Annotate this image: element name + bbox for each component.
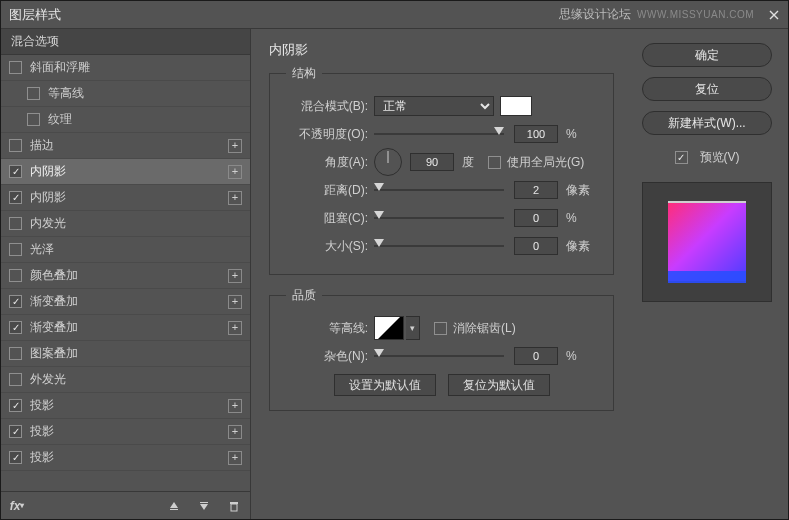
new-style-button[interactable]: 新建样式(W)... — [642, 111, 772, 135]
brand-text: 思缘设计论坛 — [559, 6, 631, 23]
style-checkbox[interactable] — [9, 217, 22, 230]
make-default-button[interactable]: 设置为默认值 — [334, 374, 436, 396]
noise-label: 杂色(N): — [286, 348, 374, 365]
antialias-checkbox[interactable] — [434, 322, 447, 335]
style-item-label: 渐变叠加 — [30, 319, 228, 336]
add-effect-icon[interactable]: + — [228, 139, 242, 153]
add-effect-icon[interactable]: + — [228, 399, 242, 413]
style-item[interactable]: 内阴影+ — [1, 185, 250, 211]
add-effect-icon[interactable]: + — [228, 425, 242, 439]
style-item-label: 颜色叠加 — [30, 267, 228, 284]
add-effect-icon[interactable]: + — [228, 321, 242, 335]
style-item-label: 投影 — [30, 449, 228, 466]
style-item[interactable]: 描边+ — [1, 133, 250, 159]
noise-unit: % — [566, 349, 577, 363]
preview-checkbox[interactable] — [675, 151, 688, 164]
shadow-color-swatch[interactable] — [500, 96, 532, 116]
style-checkbox[interactable] — [9, 321, 22, 334]
trash-icon[interactable] — [226, 498, 242, 514]
noise-slider[interactable] — [374, 347, 504, 365]
style-item[interactable]: 内阴影+ — [1, 159, 250, 185]
svg-rect-2 — [231, 504, 237, 511]
noise-input[interactable] — [514, 347, 558, 365]
add-effect-icon[interactable]: + — [228, 269, 242, 283]
style-item-label: 内阴影 — [30, 189, 228, 206]
style-item[interactable]: 渐变叠加+ — [1, 289, 250, 315]
style-checkbox[interactable] — [9, 139, 22, 152]
style-item-label: 投影 — [30, 397, 228, 414]
add-effect-icon[interactable]: + — [228, 295, 242, 309]
opacity-label: 不透明度(O): — [286, 126, 374, 143]
structure-legend: 结构 — [286, 65, 322, 82]
style-item[interactable]: 纹理 — [1, 107, 250, 133]
style-checkbox[interactable] — [9, 61, 22, 74]
blend-mode-label: 混合模式(B): — [286, 98, 374, 115]
style-item-label: 渐变叠加 — [30, 293, 228, 310]
style-checkbox[interactable] — [9, 191, 22, 204]
close-icon[interactable] — [768, 9, 780, 21]
size-slider[interactable] — [374, 237, 504, 255]
style-checkbox[interactable] — [27, 113, 40, 126]
global-light-checkbox[interactable] — [488, 156, 501, 169]
contour-dropdown-icon[interactable]: ▾ — [406, 316, 420, 340]
svg-rect-3 — [230, 502, 238, 504]
angle-input[interactable] — [410, 153, 454, 171]
style-item[interactable]: 投影+ — [1, 445, 250, 471]
style-checkbox[interactable] — [9, 295, 22, 308]
style-checkbox[interactable] — [9, 373, 22, 386]
choke-label: 阻塞(C): — [286, 210, 374, 227]
blending-options-header[interactable]: 混合选项 — [1, 29, 250, 55]
angle-dial[interactable] — [374, 148, 402, 176]
contour-picker[interactable] — [374, 316, 404, 340]
style-item[interactable]: 内发光 — [1, 211, 250, 237]
titlebar: 图层样式 思缘设计论坛 WWW.MISSYUAN.COM — [1, 1, 788, 29]
style-item[interactable]: 投影+ — [1, 393, 250, 419]
add-effect-icon[interactable]: + — [228, 165, 242, 179]
blend-mode-select[interactable]: 正常 — [374, 96, 494, 116]
style-checkbox[interactable] — [9, 165, 22, 178]
style-checkbox[interactable] — [9, 451, 22, 464]
style-item[interactable]: 斜面和浮雕 — [1, 55, 250, 81]
brand-url: WWW.MISSYUAN.COM — [637, 9, 754, 20]
add-effect-icon[interactable]: + — [228, 451, 242, 465]
choke-slider[interactable] — [374, 209, 504, 227]
distance-slider[interactable] — [374, 181, 504, 199]
style-item-label: 纹理 — [48, 111, 242, 128]
cancel-button[interactable]: 复位 — [642, 77, 772, 101]
style-checkbox[interactable] — [9, 425, 22, 438]
reset-default-button[interactable]: 复位为默认值 — [448, 374, 550, 396]
svg-rect-0 — [170, 509, 178, 510]
style-checkbox[interactable] — [27, 87, 40, 100]
opacity-slider[interactable] — [374, 125, 504, 143]
opacity-input[interactable] — [514, 125, 558, 143]
style-checkbox[interactable] — [9, 269, 22, 282]
style-checkbox[interactable] — [9, 243, 22, 256]
style-item[interactable]: 颜色叠加+ — [1, 263, 250, 289]
choke-input[interactable] — [514, 209, 558, 227]
style-checkbox[interactable] — [9, 347, 22, 360]
style-item[interactable]: 等高线 — [1, 81, 250, 107]
ok-button[interactable]: 确定 — [642, 43, 772, 67]
distance-label: 距离(D): — [286, 182, 374, 199]
style-item-label: 投影 — [30, 423, 228, 440]
size-input[interactable] — [514, 237, 558, 255]
fx-icon[interactable]: fx▾ — [9, 498, 25, 514]
style-checkbox[interactable] — [9, 399, 22, 412]
style-item-label: 内阴影 — [30, 163, 228, 180]
styles-list: 斜面和浮雕等高线纹理描边+内阴影+内阴影+内发光光泽颜色叠加+渐变叠加+渐变叠加… — [1, 55, 250, 491]
style-item-label: 光泽 — [30, 241, 242, 258]
angle-unit: 度 — [462, 154, 474, 171]
preview-label: 预览(V) — [700, 149, 740, 166]
move-down-icon[interactable] — [196, 498, 212, 514]
style-item[interactable]: 投影+ — [1, 419, 250, 445]
style-item[interactable]: 渐变叠加+ — [1, 315, 250, 341]
style-item[interactable]: 光泽 — [1, 237, 250, 263]
style-item[interactable]: 图案叠加 — [1, 341, 250, 367]
svg-rect-1 — [200, 502, 208, 503]
style-item[interactable]: 外发光 — [1, 367, 250, 393]
styles-panel: 混合选项 斜面和浮雕等高线纹理描边+内阴影+内阴影+内发光光泽颜色叠加+渐变叠加… — [1, 29, 251, 519]
move-up-icon[interactable] — [166, 498, 182, 514]
distance-input[interactable] — [514, 181, 558, 199]
style-item-label: 斜面和浮雕 — [30, 59, 242, 76]
add-effect-icon[interactable]: + — [228, 191, 242, 205]
